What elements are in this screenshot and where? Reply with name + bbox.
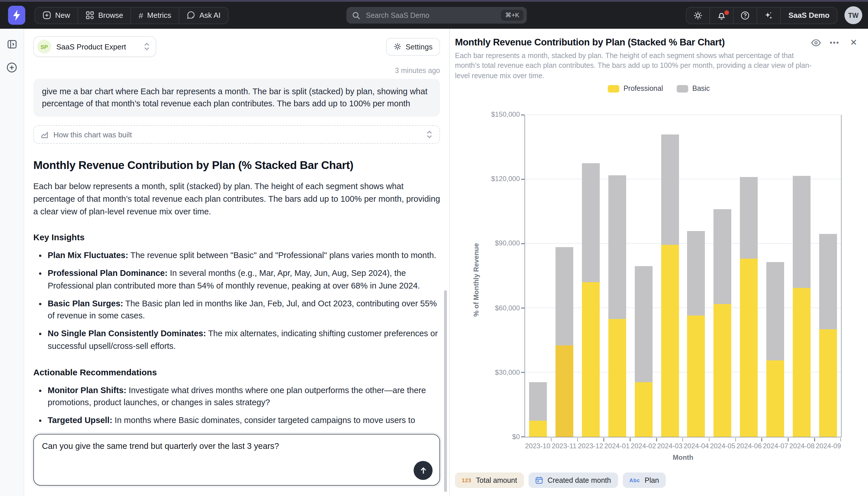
plus-square-icon [43,11,51,19]
workspace-button[interactable]: SaaS Demo [781,7,837,23]
how-chart-built-toggle[interactable]: How this chart was built [33,125,440,144]
insight-lead: No Single Plan Consistently Dominates: [48,329,206,338]
x-tick-label: 2024-04 [683,442,709,450]
insight-lead: Plan Mix Fluctuates: [48,251,128,260]
bar-segment-professional-2023-11[interactable] [556,346,573,437]
dimension-chip-plan[interactable]: Abc Plan [623,472,666,488]
collapse-sidebar-button[interactable] [6,39,17,49]
y-axis-title: % of Monthly Revenue [472,274,480,286]
list-item: Monitor Plan Shifts: Investigate what dr… [48,384,440,409]
y-tick-mark [521,179,525,180]
more-options-button[interactable]: ••• [830,37,840,48]
primary-nav: New Browse # Metrics Ask AI [34,6,229,24]
help-button[interactable] [734,7,757,23]
y-tick-mark [521,115,525,115]
chat-sparkle-icon [187,11,195,19]
user-message-bubble: give me a bar chart where Each bar repre… [33,79,440,117]
chat-scroll-area: 3 minutes ago give me a bar chart where … [24,57,449,427]
bar-segment-professional-2024-04[interactable] [687,315,705,437]
chat-scrollbar-thumb[interactable] [444,290,447,492]
chevron-up-down-icon [426,130,433,139]
bar-stack [556,115,573,437]
bar-segment-professional-2024-09[interactable] [819,330,837,437]
user-avatar[interactable]: TW [845,6,862,24]
bar-stack [740,115,758,437]
bar-segment-basic-2024-04[interactable] [687,231,705,315]
bar-column-2024-06 [736,115,762,437]
agent-settings-button[interactable]: Settings [386,38,440,56]
view-eye-button[interactable] [810,37,821,48]
chat-panel: SP SaaS Product Expert Settings 3 minute… [24,29,449,496]
dimension-chip-created-date-month[interactable]: Created date month [529,472,618,488]
bar-column-2023-12 [578,115,604,437]
search-icon [352,11,360,19]
chat-header: SP SaaS Product Expert Settings [24,29,449,57]
insights-list: Plan Mix Fluctuates: The revenue split b… [33,250,440,353]
legend-item-professional[interactable]: Professional [608,84,663,93]
new-thread-button[interactable] [6,62,17,73]
nav-ask-ai-button[interactable]: Ask AI [179,7,228,23]
bar-segment-professional-2024-02[interactable] [634,382,652,437]
recommendations-list: Monitor Plan Shifts: Investigate what dr… [33,384,440,427]
search-input[interactable] [365,11,501,20]
bar-segment-professional-2024-03[interactable] [661,245,679,437]
y-tick-label: $150,000 [491,110,520,119]
x-tick-label: 2024-01 [604,442,630,450]
nav-metrics-button[interactable]: # Metrics [131,7,179,23]
x-tick-label: 2024-02 [630,442,657,450]
list-item: No Single Plan Consistently Dominates: T… [48,328,440,353]
bar-segment-professional-2024-01[interactable] [608,319,626,437]
bar-column-2024-05 [709,115,736,437]
search-shortcut-badge: ⌘+K [501,10,523,21]
bar-segment-professional-2023-10[interactable] [529,421,547,437]
x-tick-label: 2023-11 [551,442,577,450]
bar-segment-basic-2024-07[interactable] [766,262,784,361]
chat-input[interactable]: Can you give the same trend but quarterl… [34,434,439,485]
nav-ask-ai-label: Ask AI [199,11,221,19]
bar-column-2024-09 [815,115,841,437]
bar-segment-basic-2023-11[interactable] [556,247,573,345]
close-panel-button[interactable]: ✕ [849,37,859,48]
bar-column-2024-08 [788,115,815,437]
settings-label: Settings [405,42,433,51]
y-tick-mark [521,372,525,373]
agent-selector[interactable]: SP SaaS Product Expert [33,36,157,57]
bar-segment-professional-2023-12[interactable] [582,282,600,437]
legend-item-basic[interactable]: Basic [677,84,710,93]
bar-segment-basic-2024-09[interactable] [819,234,837,329]
bar-segment-basic-2024-05[interactable] [713,210,731,304]
bar-segment-basic-2024-01[interactable] [608,175,626,319]
bar-segment-basic-2024-08[interactable] [792,176,810,288]
bar-segment-basic-2023-10[interactable] [529,382,547,421]
x-tick-label: 2024-09 [815,442,841,450]
nav-browse-button[interactable]: Browse [78,7,131,23]
global-search[interactable]: ⌘+K [347,7,527,24]
bar-segment-professional-2024-05[interactable] [713,304,731,437]
y-tick-label: $120,000 [491,175,520,183]
plot-area [525,115,841,437]
assistant-response: Monthly Revenue Contribution by Plan (% … [33,159,440,427]
x-axis-title: Month [525,453,841,462]
bar-column-2024-01 [604,115,630,437]
settings-gear-button[interactable] [687,7,710,23]
bar-segment-basic-2024-02[interactable] [634,266,652,382]
nav-browse-label: Browse [98,11,123,19]
bar-segment-basic-2024-06[interactable] [740,177,758,259]
bar-segment-professional-2024-07[interactable] [766,361,784,437]
bar-column-2024-03 [657,115,683,437]
sparkles-icon [764,11,773,20]
bar-segment-professional-2024-06[interactable] [740,259,758,437]
bar-segment-basic-2024-03[interactable] [661,134,679,245]
notifications-button[interactable] [710,7,734,23]
ai-sparkles-button[interactable] [757,7,781,23]
help-icon [741,11,750,20]
app-logo[interactable] [8,6,25,25]
bar-segment-professional-2024-08[interactable] [792,288,810,437]
sidebar-toggle-icon [6,39,17,49]
nav-new-button[interactable]: New [35,7,78,23]
metric-chip-total-amount[interactable]: 123 Total amount [455,472,524,488]
grid-icon [85,11,94,19]
bar-segment-basic-2023-12[interactable] [582,163,600,282]
send-button[interactable] [414,461,433,480]
bar-stack [661,115,679,437]
